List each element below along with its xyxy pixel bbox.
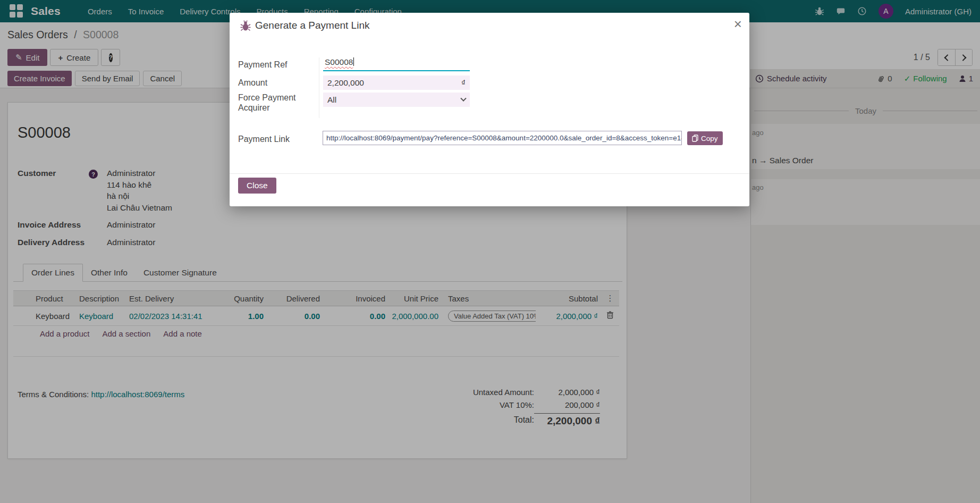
dialog-title: Generate a Payment Link: [255, 20, 369, 31]
acquirer-select[interactable]: All: [323, 93, 470, 107]
payment-ref-input[interactable]: S00008: [323, 57, 470, 71]
copy-button[interactable]: Copy: [687, 131, 723, 145]
amount-input[interactable]: 2,200,000 ₫: [323, 76, 470, 90]
force-payment-acquirer-label: Force Payment Acquirer: [238, 93, 307, 113]
generate-payment-link-dialog: Generate a Payment Link × Payment Ref S0…: [230, 13, 749, 206]
dialog-bug-icon: [240, 20, 251, 32]
close-icon[interactable]: ×: [734, 16, 742, 32]
copy-icon: [692, 135, 698, 142]
payment-ref-label: Payment Ref: [238, 60, 315, 70]
text-caret: [353, 57, 354, 66]
amount-label: Amount: [238, 78, 315, 88]
screen: Sales Orders To Invoice Delivery Control…: [0, 0, 980, 503]
currency-symbol: ₫: [461, 78, 466, 88]
dialog-close-button[interactable]: Close: [238, 178, 276, 194]
chevron-down-icon: [460, 95, 466, 101]
payment-link-input[interactable]: http://localhost:8069/payment/pay?refere…: [323, 131, 682, 145]
payment-link-label: Payment Link: [238, 134, 315, 144]
